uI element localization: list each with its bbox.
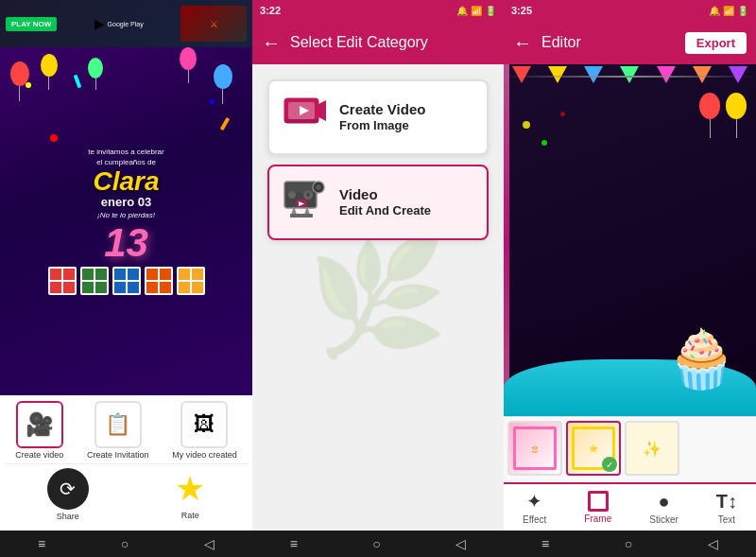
card-name: Clara: [93, 168, 159, 195]
effect-label: Effect: [523, 514, 546, 525]
birthday-card: te invitamos a celebrar el cumpleaños de…: [0, 47, 252, 395]
create-video-label: Create video: [15, 450, 63, 460]
panel3-back-button[interactable]: ←: [513, 32, 532, 54]
sticker-icon: ●: [658, 491, 669, 513]
panel-3-editor: 3:25 🔔 📶 🔋 ← Editor Export: [504, 0, 756, 557]
panel2-status-icons: 🔔 📶 🔋: [456, 6, 496, 16]
panel2-nav-home-icon[interactable]: ○: [372, 536, 380, 551]
category-cards-list: Create Video From Image: [252, 64, 504, 255]
panel3-nav-menu-icon[interactable]: ≡: [541, 536, 549, 551]
my-video-icon: 🖼: [194, 412, 215, 437]
thumbnail-1[interactable]: 🎂: [507, 421, 562, 476]
text-label: Text: [718, 514, 735, 525]
create-video-icon-box: 🎥: [16, 401, 63, 448]
panel2-status-bar: 3:22 🔔 📶 🔋: [252, 0, 504, 21]
editor-tools-bar: ✦ Effect Frame ● Sticker T↕ Text: [504, 482, 756, 531]
panel-2-select-category: 3:22 🔔 📶 🔋 ← Select Edit Category 🌿: [252, 0, 504, 557]
video-edit-create-card[interactable]: Video Edit And Create: [267, 165, 489, 240]
p3-battery-icon: 🔋: [737, 6, 748, 16]
panel2-nav-back-icon[interactable]: ◁: [455, 536, 466, 551]
video-edit-texts: Video Edit And Create: [339, 186, 431, 218]
text-icon: T↕: [716, 491, 737, 513]
card-number: 13: [104, 223, 148, 263]
alarm-icon: 🔔: [456, 6, 468, 16]
nav-back-icon[interactable]: ◁: [204, 536, 215, 551]
share-label: Share: [57, 512, 79, 521]
video-edit-title: Video: [339, 186, 431, 203]
create-invitation-icon-box: 📋: [94, 401, 142, 448]
google-play-badge[interactable]: ▶ Google Play: [94, 16, 144, 31]
video-camera-icon: 🎥: [26, 411, 54, 438]
gift-green: [80, 267, 109, 295]
google-play-icon: ▶: [94, 16, 105, 31]
create-video-from-image-card[interactable]: Create Video From Image: [267, 79, 489, 155]
action-icons-row: 🎥 Create video 📋 Create Invitation 🖼 My …: [4, 401, 249, 460]
editor-thumbnails-strip: 🎂 ⭐ ✓ ✨: [504, 416, 756, 482]
create-invitation-button[interactable]: 📋 Create Invitation: [87, 401, 149, 460]
panel3-status-icons: 🔔 📶 🔋: [709, 6, 748, 16]
panel1-nav-bar: ≡ ○ ◁: [0, 531, 252, 557]
rate-label: Rate: [181, 511, 199, 520]
video-from-image-icon: [283, 91, 328, 144]
svg-rect-4: [284, 119, 318, 123]
panel2-title: Select Edit Category: [290, 34, 428, 51]
share-button[interactable]: ⟳ Share: [47, 468, 89, 521]
thumbnail-2-selected[interactable]: ⭐ ✓: [566, 421, 621, 476]
svg-marker-1: [318, 100, 326, 121]
wifi-icon: 📶: [471, 6, 482, 16]
share-circle-icon: ⟳: [47, 468, 89, 510]
effect-icon: ✦: [526, 490, 542, 513]
frame-tool[interactable]: Frame: [584, 491, 611, 524]
panel3-top-bar: ← Editor Export: [504, 21, 756, 64]
svg-rect-9: [286, 183, 315, 193]
panel2-nav-menu-icon[interactable]: ≡: [290, 536, 298, 551]
create-invitation-label: Create Invitation: [87, 450, 149, 460]
thumbnail-3[interactable]: ✨: [625, 421, 679, 476]
battery-icon: 🔋: [485, 6, 496, 16]
panel3-nav-bar: ≡ ○ ◁: [504, 531, 756, 557]
star-icon: ★: [175, 469, 205, 509]
nav-home-icon[interactable]: ○: [121, 536, 129, 551]
create-video-button[interactable]: 🎥 Create video: [15, 401, 63, 460]
svg-rect-12: [290, 214, 313, 218]
panel3-nav-home-icon[interactable]: ○: [625, 536, 632, 551]
my-video-icon-box: 🖼: [180, 401, 228, 448]
my-video-label: My video created: [172, 450, 237, 460]
export-button[interactable]: Export: [685, 32, 747, 54]
panel2-time: 3:22: [260, 5, 281, 16]
gifts-row: [48, 267, 205, 295]
card-dont-miss: ¡No te lo pierdas!: [97, 211, 155, 219]
panel3-nav-back-icon[interactable]: ◁: [708, 536, 718, 551]
my-video-created-button[interactable]: 🖼 My video created: [172, 401, 237, 460]
panel3-top-left: ← Editor: [513, 32, 581, 54]
card-invite-text2: el cumpleaños de: [96, 158, 156, 166]
nav-menu-icon[interactable]: ≡: [38, 536, 45, 551]
effect-tool[interactable]: ✦ Effect: [523, 490, 546, 525]
panel-1-main-menu: PLAY NOW ▶ Google Play ⚔: [0, 0, 252, 557]
editor-canvas: 🧁: [504, 64, 756, 416]
video-edit-subtitle: Edit And Create: [339, 203, 431, 218]
sticker-label: Sticker: [649, 514, 679, 525]
panel3-title: Editor: [541, 34, 581, 51]
p3-wifi-icon: 📶: [723, 6, 734, 16]
gift-red: [48, 267, 77, 295]
svg-point-8: [306, 193, 310, 197]
play-now-button[interactable]: PLAY NOW: [6, 17, 57, 31]
ad-image: ⚔: [180, 6, 247, 42]
rate-button[interactable]: ★ Rate: [175, 469, 205, 520]
cupcake-emoji: 🧁: [666, 331, 737, 388]
panel2-back-button[interactable]: ←: [262, 32, 281, 54]
panel2-top-bar: ← Select Edit Category: [252, 21, 504, 64]
gift-orange: [145, 267, 173, 295]
video-from-image-texts: Create Video From Image: [339, 101, 425, 133]
card-date: enero 03: [101, 195, 151, 209]
sticker-tool[interactable]: ● Sticker: [649, 491, 679, 525]
thumbnail-check-icon: ✓: [602, 457, 617, 472]
panel3-time: 3:25: [511, 5, 532, 16]
card-invite-text1: te invitamos a celebrar: [88, 148, 163, 156]
gift-yellow: [177, 267, 205, 295]
gift-blue: [112, 267, 141, 295]
google-play-text: Google Play: [108, 21, 144, 27]
ad-banner: PLAY NOW ▶ Google Play ⚔: [0, 0, 252, 47]
text-tool[interactable]: T↕ Text: [716, 491, 737, 525]
